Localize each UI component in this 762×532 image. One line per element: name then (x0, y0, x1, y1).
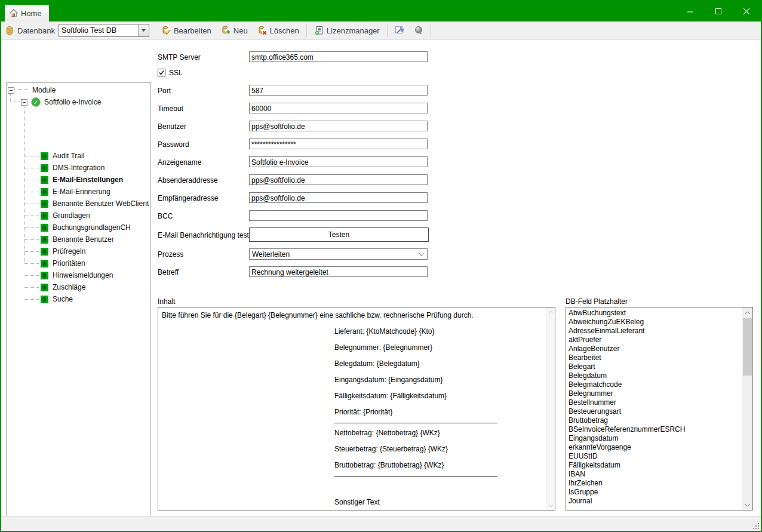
testen-button[interactable]: Testen (249, 227, 429, 242)
absenderaddresse-input[interactable] (249, 174, 428, 185)
sidebar-item[interactable]: ⚙ Hinweismeldungen (7, 269, 150, 281)
list-item[interactable]: Besteuerungsart (566, 407, 742, 416)
wrench-icon (395, 26, 404, 35)
list-item[interactable]: aktPruefer (566, 336, 742, 345)
sidebar-item[interactable]: ⚙ E-Mail-Erinnerung (7, 186, 150, 198)
sidebar-item[interactable]: ⚙ Grundlagen (7, 210, 150, 222)
sidebar-item[interactable]: ⚙ E-Mail-Einstellungen (7, 174, 150, 186)
datenbank-combobox-value: Softfolio Test DB (59, 26, 138, 35)
list-item[interactable]: AbweichungZuEKBeleg (566, 318, 742, 327)
list-item[interactable]: Bruttobetrag (566, 416, 742, 425)
sidebar-item[interactable]: ⚙ DMS-Integration (7, 162, 150, 174)
sidebar-item[interactable]: ⚙ Prüfregeln (7, 245, 150, 257)
sidebar-item[interactable]: ⚙ Prioritäten (7, 257, 150, 269)
prozess-select[interactable]: Weiterleiten (249, 248, 428, 260)
inhalt-line: Bitte führen Sie für die {Belegart} {Bel… (162, 311, 547, 319)
empfaengeradresse-input[interactable] (249, 192, 428, 203)
platzhalter-listbox[interactable]: AbwBuchungstextAbweichungZuEKBelegAdress… (566, 307, 753, 511)
module-gear-icon: ⚙ (41, 296, 48, 303)
module-gear-icon: ⚙ (41, 200, 48, 208)
list-item[interactable]: Bearbeitet (566, 353, 742, 362)
app-window: Home Datenbank Softfolio Test DB (0, 0, 762, 532)
bcc-label: BCC (158, 212, 173, 220)
loeschen-button[interactable]: Löschen (253, 23, 304, 38)
password-input[interactable] (249, 139, 428, 149)
platzhalter-scrollbar[interactable] (742, 307, 752, 510)
list-item[interactable]: IhrZeichen (566, 479, 742, 488)
tree-children: ⚙ Audit Trail ⚙ DMS-Integration ⚙ E-Mail… (7, 150, 150, 305)
sidebar-item[interactable]: ⚙ Benannte Benutzer (7, 233, 150, 245)
minimize-button[interactable] (677, 1, 705, 21)
tree-node-module[interactable]: Module (8, 86, 56, 94)
scroll-down-icon[interactable] (742, 500, 752, 510)
resize-grip-icon[interactable] (753, 523, 759, 529)
title-bar[interactable]: Home (1, 1, 761, 21)
port-input[interactable] (249, 85, 428, 96)
sidebar-item[interactable]: ⚙ Zuschläge (7, 281, 150, 293)
sidebar-item[interactable]: ⚙ Benannte Benutzer WebClient (7, 198, 150, 210)
sidebar-item[interactable]: ⚙ Audit Trail (7, 150, 150, 162)
list-item[interactable]: Belegart (566, 362, 742, 371)
tree-connector (24, 275, 39, 276)
list-item[interactable]: AbwBuchungstext (566, 309, 742, 318)
inhalt-line: Lieferant: {KtoMatchcode} {Kto} (334, 327, 547, 336)
list-item[interactable]: EUUStID (566, 452, 742, 461)
datenbank-group: Datenbank (1, 23, 59, 38)
smtp-server-input[interactable] (249, 51, 428, 62)
tree-connector (24, 251, 39, 252)
list-item[interactable]: Fälligkeitsdatum (566, 461, 742, 470)
list-item[interactable]: Eingangsdatum (566, 434, 742, 443)
scroll-up-icon[interactable] (742, 307, 752, 318)
bearbeiten-button[interactable]: Bearbeiten (156, 23, 216, 38)
ssl-checkbox[interactable] (158, 69, 165, 76)
module-gear-icon: ⚙ (41, 152, 48, 160)
scroll-down-icon[interactable] (547, 502, 555, 510)
list-item[interactable]: AnlageBenutzer (566, 345, 742, 353)
datenbank-label: Datenbank (17, 26, 55, 35)
sidebar-item-label: Benannte Benutzer (53, 235, 114, 244)
benutzer-input[interactable] (249, 121, 428, 131)
inhalt-line: Steuerbetrag: {Steuerbetrag} {WKz} (334, 445, 547, 453)
ssl-label: SSL (169, 69, 183, 77)
neu-button[interactable]: Neu (216, 23, 253, 38)
close-button[interactable] (733, 1, 761, 21)
inhalt-line: Fälligkeitsdatum: {Fälligkeitsdatum} (334, 392, 547, 400)
list-item[interactable]: Belegnummer (566, 389, 742, 398)
inhalt-textarea[interactable]: Bitte führen Sie für die {Belegart} {Bel… (158, 307, 555, 511)
list-item[interactable]: BSeInvoiceReferenznummerESRCH (566, 425, 742, 434)
list-item[interactable]: AdresseEinmalLieferant (566, 327, 742, 336)
tree-connector (24, 168, 39, 168)
sidebar-item[interactable]: ⚙ Suche (7, 293, 150, 305)
inhalt-scrollbar[interactable] (546, 307, 555, 510)
bcc-input[interactable] (249, 210, 428, 221)
scrollbar-thumb[interactable] (743, 318, 752, 376)
collapse-icon[interactable] (21, 99, 27, 106)
lizenzmanager-button[interactable]: Lizenzmanager (309, 23, 385, 38)
scroll-up-icon[interactable] (547, 307, 555, 316)
tree-connector (24, 299, 39, 300)
tree-node-softfolio[interactable]: ✓ Softfolio e-Invoice (21, 97, 101, 107)
prozess-select-value: Weiterleiten (250, 250, 415, 259)
list-item[interactable]: IsGruppe (566, 488, 742, 497)
list-item[interactable]: erkannteVorgaenge (566, 443, 742, 452)
list-item[interactable]: Journal (566, 497, 742, 506)
module-tree-panel: Module ✓ Softfolio e-Invoice ⚙ Audit Tra… (6, 82, 151, 532)
tab-home[interactable]: Home (5, 5, 49, 21)
list-item[interactable]: Belegdatum (566, 371, 742, 380)
anzeigename-input[interactable] (249, 156, 428, 167)
info-button[interactable] (409, 23, 428, 38)
sidebar-item-label: Hinweismeldungen (53, 271, 113, 279)
options-button[interactable] (390, 23, 409, 38)
list-item[interactable]: IBAN (566, 470, 742, 479)
maximize-button[interactable] (705, 1, 733, 21)
combobox-dropdown-button[interactable] (138, 24, 149, 36)
list-item[interactable]: Belegmatchcode (566, 380, 742, 389)
collapse-icon[interactable] (8, 87, 14, 94)
sidebar-item[interactable]: ⚙ BuchungsgrundlagenCH (7, 222, 150, 233)
list-item[interactable]: Bestellnummer (566, 398, 742, 407)
minimize-icon (687, 8, 694, 15)
timeout-input[interactable] (249, 103, 428, 113)
tree-connector (14, 102, 20, 102)
datenbank-combobox[interactable]: Softfolio Test DB (59, 24, 149, 37)
betreff-input[interactable] (249, 266, 428, 277)
